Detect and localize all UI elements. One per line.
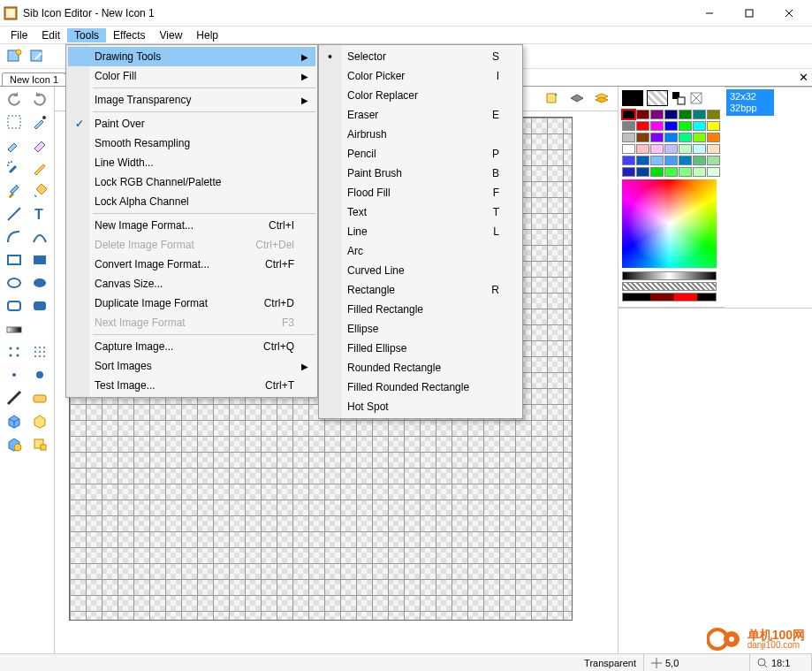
menu-file[interactable]: File: [4, 28, 34, 42]
3d-lock-tool[interactable]: [2, 433, 27, 454]
ellipse-tool[interactable]: [2, 272, 27, 294]
maximize-button[interactable]: [729, 0, 769, 26]
palette-0-4[interactable]: [679, 110, 692, 119]
drawing-tool-item-5[interactable]: PencilP: [321, 144, 520, 164]
drawing-tool-item-3[interactable]: EraserE: [321, 105, 520, 125]
palette-3-1[interactable]: [636, 144, 649, 154]
palette-5-4[interactable]: [679, 167, 692, 177]
palette-1-0[interactable]: [622, 121, 635, 131]
palette-4-1[interactable]: [636, 156, 649, 165]
rounded-rectangle-tool[interactable]: [2, 295, 27, 316]
current-fg-color[interactable]: [622, 90, 643, 106]
palette-3-2[interactable]: [650, 144, 664, 154]
tools-menu-item-6[interactable]: Smooth Resampling: [68, 133, 315, 153]
pencil-tool[interactable]: [28, 157, 53, 179]
palette-5-1[interactable]: [636, 167, 649, 177]
color-palette[interactable]: [622, 110, 721, 177]
palette-1-1[interactable]: [636, 121, 649, 131]
palette-3-0[interactable]: [622, 144, 635, 154]
tools-menu-item-14[interactable]: Canvas Size...: [68, 274, 315, 294]
palette-1-4[interactable]: [679, 121, 692, 131]
curved-line-tool[interactable]: [28, 226, 53, 248]
color-picker-tool[interactable]: [28, 111, 53, 133]
tools-menu-item-18[interactable]: Capture Image...Ctrl+Q: [68, 337, 315, 356]
brush-size-2[interactable]: [28, 364, 53, 385]
tools-menu-item-20[interactable]: Test Image...Ctrl+T: [68, 376, 315, 395]
palette-3-6[interactable]: [707, 144, 720, 154]
tools-menu-item-13[interactable]: Convert Image Format...Ctrl+F: [68, 255, 315, 274]
filled-rounded-rectangle-tool[interactable]: [28, 295, 53, 316]
filled-rectangle-tool[interactable]: [28, 249, 53, 271]
palette-0-1[interactable]: [636, 110, 649, 119]
palette-2-4[interactable]: [679, 133, 692, 142]
palette-2-0[interactable]: [622, 133, 635, 142]
palette-3-3[interactable]: [664, 144, 678, 154]
menu-edit[interactable]: Edit: [34, 28, 67, 42]
menu-effects[interactable]: Effects: [106, 28, 152, 42]
close-tab-button[interactable]: ✕: [799, 71, 808, 84]
redo-button[interactable]: [28, 88, 53, 110]
palette-2-5[interactable]: [693, 133, 706, 142]
minimize-button[interactable]: [689, 0, 729, 26]
tools-menu-item-9[interactable]: Lock Alpha Channel: [68, 192, 315, 211]
palette-3-4[interactable]: [679, 144, 692, 154]
tools-menu-item-11[interactable]: New Image Format...Ctrl+I: [68, 216, 315, 235]
palette-4-2[interactable]: [650, 156, 664, 165]
drawing-tool-item-10[interactable]: Arc: [321, 241, 520, 261]
palette-4-0[interactable]: [622, 156, 635, 165]
palette-5-2[interactable]: [650, 167, 664, 177]
3d-key-tool[interactable]: [28, 433, 53, 454]
paint-brush-tool[interactable]: [2, 180, 27, 202]
drawing-tool-item-13[interactable]: Filled Rectangle: [321, 300, 520, 319]
stack-button[interactable]: [591, 88, 612, 110]
drawing-tool-item-12[interactable]: RectangleR: [321, 280, 520, 300]
palette-0-0[interactable]: [622, 110, 635, 119]
3d-extrude-tool[interactable]: [28, 410, 53, 431]
drawing-tool-item-17[interactable]: Filled Rounded Rectangle: [321, 377, 520, 397]
current-bg-color[interactable]: [647, 90, 668, 106]
brush-size-1[interactable]: [2, 364, 27, 385]
palette-0-5[interactable]: [693, 110, 706, 119]
undo-button[interactable]: [2, 88, 27, 110]
foreground-background-swatches[interactable]: [622, 90, 721, 106]
tab-new-icon-1[interactable]: New Icon 1: [2, 72, 66, 86]
3d-box-tool[interactable]: [2, 410, 27, 431]
palette-5-3[interactable]: [664, 167, 678, 177]
palette-5-0[interactable]: [622, 167, 635, 177]
drawing-tool-item-16[interactable]: Rounded Rectangle: [321, 358, 520, 377]
palette-4-3[interactable]: [664, 156, 678, 165]
menu-help[interactable]: Help: [189, 28, 225, 42]
color-spectrum[interactable]: [622, 179, 717, 268]
line-tool[interactable]: [2, 203, 27, 225]
shape-preset-2[interactable]: [28, 387, 53, 408]
drawing-tool-item-8[interactable]: TextT: [321, 202, 520, 222]
text-tool[interactable]: T: [28, 203, 53, 225]
drawing-tool-item-11[interactable]: Curved Line: [321, 261, 520, 280]
tools-menu-item-1[interactable]: Color Fill▶: [68, 66, 315, 86]
arc-tool[interactable]: [2, 226, 27, 248]
tools-menu-item-7[interactable]: Line Width...: [68, 153, 315, 172]
palette-0-3[interactable]: [664, 110, 678, 119]
layers-button[interactable]: [566, 88, 588, 110]
palette-0-2[interactable]: [650, 110, 664, 119]
airbrush-tool[interactable]: [2, 157, 27, 179]
gradient-strips[interactable]: [622, 271, 721, 301]
tools-menu-item-8[interactable]: Lock RGB Channel/Palette: [68, 172, 315, 192]
palette-4-5[interactable]: [693, 156, 706, 165]
palette-1-5[interactable]: [693, 121, 706, 131]
tools-menu-item-5[interactable]: ✓Paint Over: [68, 114, 315, 133]
flood-fill-tool[interactable]: [28, 180, 53, 202]
palette-2-2[interactable]: [650, 133, 664, 142]
selector-tool[interactable]: [2, 111, 27, 133]
drawing-tool-item-15[interactable]: Filled Ellipse: [321, 339, 520, 358]
new-icon-button[interactable]: [4, 46, 25, 67]
palette-0-6[interactable]: [707, 110, 720, 119]
palette-4-4[interactable]: [679, 156, 692, 165]
filled-ellipse-tool[interactable]: [28, 272, 53, 294]
drawing-tool-item-14[interactable]: Ellipse: [321, 319, 520, 339]
add-format-button[interactable]: [542, 88, 563, 110]
menu-tools[interactable]: Tools: [67, 28, 106, 42]
palette-5-5[interactable]: [693, 167, 706, 177]
tools-menu-item-3[interactable]: Image Transparency▶: [68, 90, 315, 110]
shape-preset-1[interactable]: [2, 387, 27, 408]
